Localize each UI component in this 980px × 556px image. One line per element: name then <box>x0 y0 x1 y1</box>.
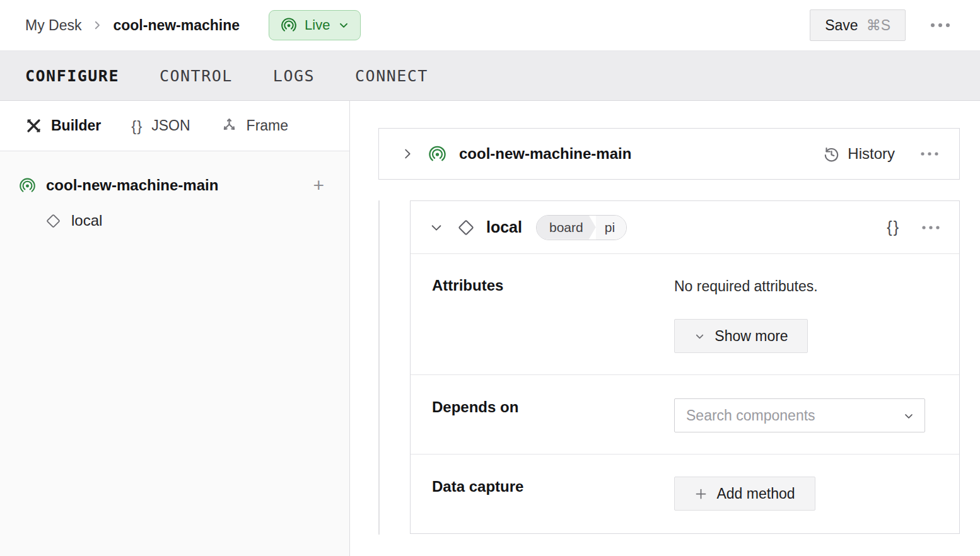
chevron-down-icon <box>694 330 706 342</box>
broadcast-icon <box>19 177 36 194</box>
component-type: board <box>537 216 596 240</box>
ellipsis-icon <box>921 225 940 230</box>
tab-control[interactable]: CONTROL <box>160 67 233 85</box>
attributes-empty-text: No required attributes. <box>674 278 818 295</box>
sidebar-view-tabs: Builder {} JSON Frame <box>0 101 349 151</box>
history-button-label: History <box>848 145 895 163</box>
machine-part-tree: cool-new-machine-main + local <box>0 151 349 236</box>
config-sidebar: Builder {} JSON Frame <box>0 101 350 556</box>
live-badge-label: Live <box>305 17 330 33</box>
ellipsis-icon <box>930 22 951 28</box>
chevron-right-icon <box>91 20 103 31</box>
chevron-down-icon <box>337 19 350 32</box>
depends-on-select <box>674 398 925 432</box>
edit-json-button[interactable]: {} <box>887 218 900 236</box>
save-button[interactable]: Save ⌘S <box>810 9 906 41</box>
machine-name: cool-new-machine <box>113 17 240 34</box>
top-bar: My Desk cool-new-machine Live Save ⌘S <box>0 0 980 51</box>
tab-json-label: JSON <box>151 117 190 134</box>
machine-part-card: cool-new-machine-main History <box>378 128 960 180</box>
data-capture-section-label: Data capture <box>432 478 523 495</box>
breadcrumb-parent-link[interactable]: My Desk <box>25 17 81 34</box>
collapse-chevron-icon[interactable] <box>429 221 443 235</box>
braces-icon: {} <box>131 117 143 135</box>
section-divider <box>411 374 959 375</box>
save-shortcut-hint: ⌘S <box>866 17 890 34</box>
tab-builder[interactable]: Builder <box>25 117 101 134</box>
save-button-label: Save <box>825 17 858 34</box>
tools-icon <box>25 117 42 134</box>
component-card-header: local board pi {} <box>411 201 959 254</box>
machine-part-title: cool-new-machine-main <box>459 145 631 163</box>
breadcrumb: My Desk cool-new-machine <box>25 17 240 34</box>
tree-item-local[interactable]: local <box>45 206 324 236</box>
attributes-section-label: Attributes <box>432 277 503 294</box>
component-overflow-menu-button[interactable] <box>920 221 942 234</box>
ellipsis-icon <box>920 151 939 156</box>
component-type-badge: board pi <box>536 215 627 240</box>
show-more-button[interactable]: Show more <box>674 319 808 353</box>
show-more-button-label: Show more <box>715 328 788 345</box>
component-model: pi <box>596 216 626 240</box>
component-title: local <box>486 218 522 236</box>
tree-item-label: local <box>71 212 102 229</box>
diamond-icon <box>457 219 475 236</box>
machine-card-overflow-menu-button[interactable] <box>919 148 940 160</box>
tab-builder-label: Builder <box>51 117 101 134</box>
tab-configure[interactable]: CONFIGURE <box>25 67 119 85</box>
broadcast-icon <box>428 145 446 163</box>
add-component-button[interactable]: + <box>313 176 324 195</box>
topbar-overflow-menu-button[interactable] <box>928 18 952 32</box>
expand-chevron-icon[interactable] <box>400 147 414 161</box>
tab-frame-label: Frame <box>247 117 288 134</box>
tree-guideline <box>378 200 380 535</box>
tab-frame[interactable]: Frame <box>221 117 288 134</box>
live-status-badge[interactable]: Live <box>269 10 361 40</box>
section-divider <box>411 454 959 455</box>
main-nav-tabbar: CONFIGURE CONTROL LOGS CONNECT <box>0 51 980 101</box>
tab-connect[interactable]: CONNECT <box>355 67 428 85</box>
depends-on-section-label: Depends on <box>432 398 518 416</box>
add-method-button-label: Add method <box>716 485 795 502</box>
tab-logs[interactable]: LOGS <box>273 67 315 85</box>
tree-item-label: cool-new-machine-main <box>46 177 303 194</box>
history-button[interactable]: History <box>823 145 895 163</box>
config-main-panel: cool-new-machine-main History <box>351 101 980 556</box>
search-components-input[interactable] <box>674 398 925 432</box>
app-window: My Desk cool-new-machine Live Save ⌘S <box>0 0 980 556</box>
broadcast-icon <box>281 17 297 33</box>
add-method-button[interactable]: Add method <box>674 477 815 511</box>
component-card-local: local board pi {} Attributes No required… <box>410 200 960 534</box>
diamond-icon <box>45 213 61 229</box>
tab-json[interactable]: {} JSON <box>131 117 190 135</box>
plus-icon <box>694 487 708 501</box>
frame-axes-icon <box>221 117 238 134</box>
tree-item-machine-main[interactable]: cool-new-machine-main + <box>19 169 324 202</box>
history-clock-icon <box>823 146 840 163</box>
